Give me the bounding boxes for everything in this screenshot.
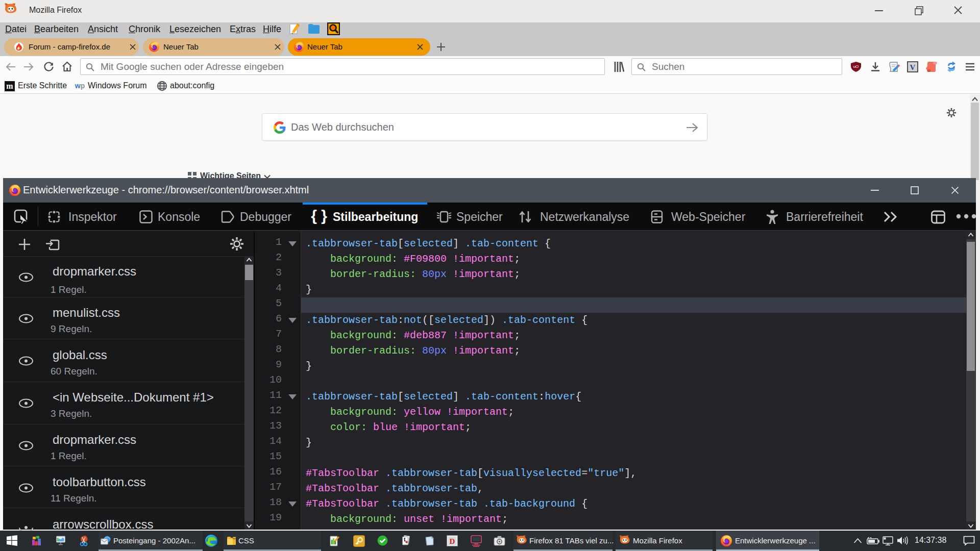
svg-text:{ }: { } (311, 208, 327, 224)
svg-text:D: D (450, 537, 455, 545)
svg-text:V: V (910, 63, 916, 71)
svg-text:uO: uO (853, 64, 859, 69)
